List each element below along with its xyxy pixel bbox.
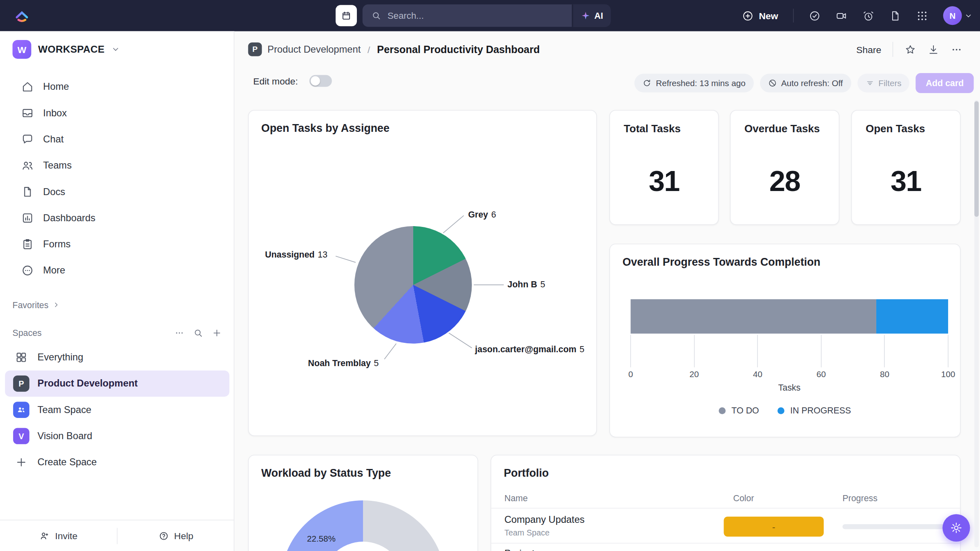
breadcrumb-space[interactable]: Product Development bbox=[267, 44, 361, 55]
sidebar-item-home[interactable]: Home bbox=[0, 74, 234, 100]
refreshed-button[interactable]: Refreshed: 13 mins ago bbox=[635, 74, 753, 93]
sidebar-item-teams[interactable]: Teams bbox=[0, 152, 234, 178]
page-title: Personal Productivity Dashboard bbox=[377, 43, 540, 55]
card-workload-by-status: Workload by Status Type 22.58% bbox=[248, 455, 478, 551]
legend-label: TO DO bbox=[731, 405, 759, 415]
auto-refresh-button[interactable]: Auto refresh: Off bbox=[760, 74, 851, 93]
sidebar-item-forms[interactable]: Forms bbox=[0, 231, 234, 257]
spaces-search-button[interactable] bbox=[193, 328, 203, 338]
card-open-tasks: Open Tasks 31 bbox=[851, 110, 961, 225]
sidebar-item-create-space[interactable]: Create Space bbox=[5, 449, 229, 475]
more-options-button[interactable] bbox=[951, 43, 962, 55]
export-button[interactable] bbox=[927, 43, 939, 55]
help-button[interactable]: Help bbox=[118, 530, 234, 541]
auto-refresh-label: Auto refresh: Off bbox=[781, 78, 843, 88]
spaces-more-button[interactable] bbox=[174, 328, 184, 338]
search-bar[interactable]: AI bbox=[363, 4, 611, 27]
sidebar-item-docs[interactable]: Docs bbox=[0, 179, 234, 205]
legend-swatch bbox=[719, 407, 726, 414]
sidebar-item-vision-board[interactable]: V Vision Board bbox=[5, 423, 229, 449]
main-content: P Product Development / Personal Product… bbox=[234, 31, 980, 551]
portfolio-row-name[interactable]: Projects bbox=[504, 548, 539, 551]
ai-label: AI bbox=[595, 11, 603, 20]
legend-item: IN PROGRESS bbox=[778, 405, 851, 415]
stat-value: 28 bbox=[731, 164, 839, 198]
x-tick-label: 0 bbox=[628, 370, 633, 379]
add-card-button[interactable]: Add card bbox=[916, 73, 974, 93]
sidebar-item-label: Chat bbox=[43, 134, 64, 145]
help-fab-button[interactable] bbox=[942, 514, 970, 542]
scrollbar-track[interactable] bbox=[974, 100, 979, 547]
card-title: Overall Progress Towards Completion bbox=[622, 256, 820, 269]
grid-dots-icon bbox=[916, 10, 928, 22]
favorites-section[interactable]: Favorites bbox=[13, 300, 60, 310]
topbar-divider bbox=[793, 9, 794, 22]
my-tasks-button[interactable] bbox=[809, 10, 821, 22]
topbar-actions: New bbox=[742, 0, 973, 31]
ai-button[interactable]: AI bbox=[572, 4, 611, 27]
x-tick-label: 80 bbox=[880, 370, 889, 379]
progress-bar-segment bbox=[630, 299, 876, 333]
sidebar-item-label: More bbox=[43, 265, 65, 276]
card-overdue-tasks: Overdue Tasks 28 bbox=[730, 110, 840, 225]
scrollbar-thumb[interactable] bbox=[974, 101, 979, 217]
plus-icon bbox=[13, 454, 29, 471]
column-header-color: Color bbox=[733, 493, 754, 503]
help-circle-icon bbox=[158, 531, 168, 540]
stat-title: Open Tasks bbox=[866, 123, 925, 136]
workspace-switcher[interactable]: W WORKSPACE bbox=[13, 40, 120, 59]
notepad-button[interactable] bbox=[889, 10, 901, 22]
table-divider bbox=[491, 543, 961, 544]
more-circle-icon bbox=[21, 264, 34, 277]
video-camera-icon bbox=[835, 10, 847, 22]
sidebar-item-team-space[interactable]: Team Space bbox=[5, 397, 229, 423]
filters-button[interactable]: Filters bbox=[857, 74, 909, 93]
sidebar-item-product-development[interactable]: P Product Development bbox=[5, 371, 229, 397]
search-input[interactable] bbox=[388, 11, 572, 20]
dashboards-icon bbox=[21, 212, 34, 224]
edit-mode-label: Edit mode: bbox=[253, 76, 298, 86]
portfolio-color-chip[interactable]: - bbox=[724, 517, 824, 537]
spaces-add-button[interactable] bbox=[212, 328, 222, 338]
favorite-button[interactable] bbox=[904, 43, 916, 55]
refreshed-label: Refreshed: 13 mins ago bbox=[656, 78, 745, 88]
card-title: Workload by Status Type bbox=[261, 467, 391, 480]
sidebar-item-label: Docs bbox=[43, 186, 65, 198]
column-header-name: Name bbox=[504, 493, 528, 503]
star-icon bbox=[904, 43, 916, 55]
calendar-button[interactable] bbox=[336, 5, 357, 26]
chevron-down-icon bbox=[111, 45, 120, 53]
sidebar-item-everything[interactable]: Everything bbox=[5, 344, 229, 370]
share-button[interactable]: Share bbox=[856, 44, 881, 55]
x-tick-label: 100 bbox=[941, 370, 955, 379]
toggle-knob bbox=[310, 76, 320, 86]
invite-button[interactable]: Invite bbox=[0, 530, 117, 541]
sidebar-item-more[interactable]: More bbox=[0, 258, 234, 284]
pie-label: jason.carter@gmail.com5 bbox=[475, 344, 584, 354]
user-avatar[interactable]: N bbox=[943, 6, 962, 25]
refresh-icon bbox=[643, 79, 651, 87]
teams-icon bbox=[21, 159, 34, 172]
progress-bar-segment bbox=[876, 299, 948, 333]
sidebar-item-dashboards[interactable]: Dashboards bbox=[0, 205, 234, 231]
table-divider bbox=[491, 508, 961, 509]
space-avatar: P bbox=[248, 42, 262, 56]
sidebar-item-label: Forms bbox=[43, 239, 71, 250]
workspace-avatar: W bbox=[13, 40, 31, 59]
sidebar-item-inbox[interactable]: Inbox bbox=[0, 100, 234, 126]
inbox-icon bbox=[21, 107, 34, 120]
pie-label: Grey6 bbox=[468, 209, 496, 219]
sidebar-item-chat[interactable]: Chat bbox=[0, 126, 234, 152]
user-menu[interactable]: N bbox=[943, 6, 973, 25]
clickup-logo[interactable] bbox=[14, 7, 30, 24]
check-circle-icon bbox=[809, 10, 821, 22]
portfolio-row-name[interactable]: Company Updates bbox=[504, 514, 584, 526]
space-label: Create Space bbox=[38, 457, 97, 468]
edit-mode-toggle[interactable] bbox=[309, 75, 332, 87]
apps-button[interactable] bbox=[916, 10, 928, 22]
new-button[interactable]: New bbox=[742, 10, 778, 22]
meeting-button[interactable] bbox=[835, 10, 847, 22]
x-tick bbox=[948, 335, 949, 367]
legend-label: IN PROGRESS bbox=[790, 405, 851, 415]
time-tracking-button[interactable] bbox=[862, 10, 874, 22]
